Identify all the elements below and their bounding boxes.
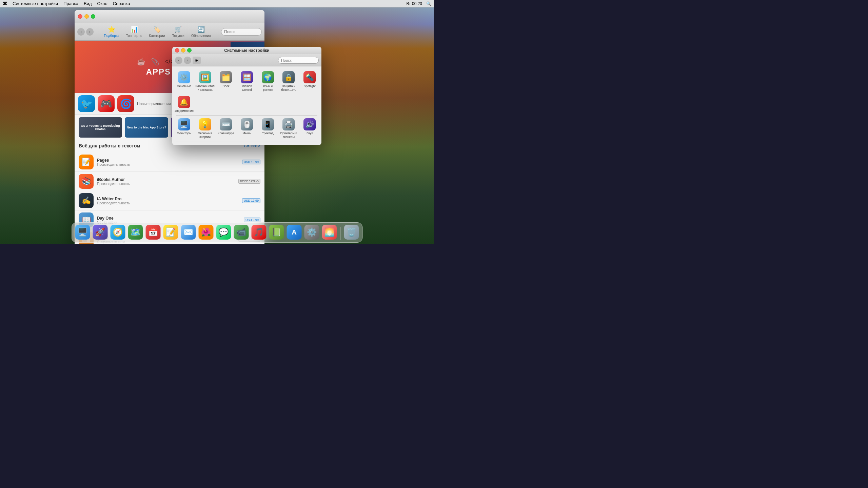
dock-item-ibooks[interactable]: 📗: [269, 224, 285, 240]
dock-item-messages[interactable]: 💬: [216, 224, 232, 240]
dock-item-maps[interactable]: 🗺️: [127, 224, 144, 240]
displays-icon: 🖥️: [178, 118, 190, 130]
energy-label: Экономияэнергии: [198, 131, 212, 139]
sp-item-network[interactable]: 📡 Сеть: [236, 143, 257, 145]
menu-window[interactable]: Окно: [97, 1, 107, 6]
sp-item-spotlight[interactable]: 🔦 Spotlight: [299, 69, 320, 94]
menu-help[interactable]: Справка: [113, 1, 130, 6]
desktop-label: Рабочий столи заставка: [195, 84, 215, 92]
syspref-forward-button[interactable]: ›: [184, 57, 191, 64]
sp-item-icloud[interactable]: ☁️ iCloud: [174, 143, 195, 145]
ia-writer-price[interactable]: USD 19.99: [242, 198, 260, 203]
dock-item-syspref[interactable]: ⚙️: [304, 224, 320, 240]
app-name-menu[interactable]: Системные настройки: [13, 1, 58, 6]
syspref-close-button[interactable]: [175, 48, 179, 53]
dock-item-appstore[interactable]: A: [286, 224, 302, 240]
ia-writer-info: iA Writer Pro Производительность: [97, 197, 239, 205]
list-item-ibooks-author[interactable]: 📚 iBooks Author Производительность БЕСПЛ…: [75, 172, 264, 191]
sp-item-extensions[interactable]: 🧩 Расширения: [216, 143, 237, 145]
list-item-pages[interactable]: 📝 Pages Производительность USD 19.99: [75, 152, 264, 172]
syspref-window: Системные настройки ‹ › ⊞ ⚙️ Основные 🖼️…: [172, 47, 321, 145]
dock-item-trash[interactable]: 🗑️: [343, 224, 360, 240]
tab-featured[interactable]: ⭐ Подборка: [100, 25, 122, 38]
dayone-price[interactable]: USD 9.99: [244, 218, 260, 222]
syspref-back-button[interactable]: ‹: [175, 57, 182, 64]
dock-icon: 🗂️: [220, 71, 232, 83]
ibooks-author-icon: 📚: [79, 174, 94, 189]
appstore-search-input[interactable]: [221, 28, 262, 36]
featured-icon: ⭐: [108, 26, 115, 33]
forward-button[interactable]: ›: [86, 28, 94, 36]
security-icon: 🔒: [282, 71, 295, 83]
sp-item-notif[interactable]: 🔔 Уведомления: [174, 94, 195, 115]
sharing-icon: 📁: [282, 145, 295, 145]
back-button[interactable]: ‹: [77, 28, 85, 36]
sp-item-sound[interactable]: 🔊 Звук: [299, 116, 320, 141]
app2-icon[interactable]: 🎮: [98, 95, 115, 112]
menu-edit[interactable]: Правка: [63, 1, 78, 6]
sp-item-dock[interactable]: 🗂️ Dock: [216, 69, 237, 94]
updates-icon: 🔄: [197, 26, 205, 33]
launchpad-icon: 🚀: [93, 225, 108, 240]
finder-icon: 🖥️: [75, 225, 90, 240]
menubar-time: Вт 00:20: [407, 1, 422, 6]
dock-item-launchpad[interactable]: 🚀: [92, 224, 108, 240]
sp-item-general[interactable]: ⚙️ Основные: [174, 69, 195, 94]
syspref-grid-button[interactable]: ⊞: [193, 57, 201, 64]
sp-item-keyboard[interactable]: ⌨️ Клавиатура: [216, 116, 237, 141]
sp-item-missionctl[interactable]: 🪟 MissionControl: [236, 69, 257, 94]
tab-topcharts[interactable]: 📊 Топ-чарты: [123, 25, 146, 38]
dock-item-photos[interactable]: 🌺: [198, 224, 214, 240]
network-icon: 📡: [241, 145, 253, 145]
syspref-maximize-button[interactable]: [187, 48, 192, 53]
purchases-icon: 🛒: [174, 26, 182, 33]
sp-item-trackpad[interactable]: 📱 Трекпад: [257, 116, 278, 141]
app3-icon[interactable]: 🌀: [117, 95, 134, 112]
notes-icon: 📝: [163, 225, 178, 240]
apple-menu[interactable]: ⌘: [3, 1, 7, 6]
dock-item-mail[interactable]: ✉️: [180, 224, 197, 240]
tab-categories[interactable]: 🏷️ Категории: [145, 25, 168, 38]
appstore-titlebar: [75, 10, 264, 23]
ibooks-author-info: iBooks Author Производительность: [97, 177, 235, 186]
sp-item-printers[interactable]: 🖨️ Принтеры исканеры: [278, 116, 299, 141]
sp-item-mouse[interactable]: 🖱️ Мышь: [236, 116, 257, 141]
pages-cat: Производительность: [97, 163, 239, 166]
syspref-search-input[interactable]: [278, 57, 319, 64]
tweetbot-icon[interactable]: 🐦: [78, 95, 95, 112]
syspref-grid: ⚙️ Основные 🖼️ Рабочий столи заставка 🗂️…: [172, 66, 321, 145]
ibooks-author-price[interactable]: БЕСПЛАТНО: [238, 179, 260, 184]
menu-view[interactable]: Вид: [84, 1, 92, 6]
icloud-icon: ☁️: [178, 145, 190, 145]
dock-item-facetime[interactable]: 📹: [233, 224, 250, 240]
appstore-maximize-button[interactable]: [91, 14, 95, 19]
dock-item-itunes[interactable]: 🎵: [251, 224, 267, 240]
list-item-ia-writer[interactable]: ✍️ iA Writer Pro Производительность USD …: [75, 191, 264, 210]
dock-item-safari[interactable]: 🧭: [110, 224, 126, 240]
tab-updates[interactable]: 🔄 Обновления: [188, 25, 214, 38]
appstore-minimize-button[interactable]: [84, 14, 89, 19]
sp-item-energy[interactable]: 💡 Экономияэнергии: [195, 116, 216, 141]
syspref-minimize-button[interactable]: [181, 48, 185, 53]
promo-banner-new[interactable]: New to the Mac App Store?: [125, 117, 168, 138]
keyboard-icon: ⌨️: [220, 118, 232, 130]
sp-item-language[interactable]: 🌍 Язык ирегион: [257, 69, 278, 94]
dock-item-calendar[interactable]: 📅: [145, 224, 161, 240]
sp-item-desktop[interactable]: 🖼️ Рабочий столи заставка: [195, 69, 216, 94]
sp-item-security[interactable]: 🔒 Защита ибезоп...сть: [278, 69, 299, 94]
security-label: Защита ибезоп...сть: [281, 84, 296, 92]
bluetooth-icon: 🔷: [262, 145, 274, 145]
dock-item-preview[interactable]: 🌅: [321, 224, 338, 240]
promo-banner-yosemite[interactable]: OS X Yosemite Introducing Photos: [79, 117, 122, 138]
menubar-search-icon[interactable]: 🔍: [426, 1, 431, 6]
sp-item-bluetooth[interactable]: 🔷 Bluetooth: [257, 143, 278, 145]
dock-item-notes[interactable]: 📝: [163, 224, 179, 240]
dock-item-finder[interactable]: 🖥️: [75, 224, 91, 240]
sp-item-displays[interactable]: 🖥️ Мониторы: [174, 116, 195, 141]
appstore-close-button[interactable]: [78, 14, 82, 19]
pages-price[interactable]: USD 19.99: [242, 160, 260, 164]
sp-item-internet[interactable]: 📧 Уч. записиИнтернета: [195, 143, 216, 145]
pages-icon: 📝: [79, 155, 94, 169]
tab-purchases[interactable]: 🛒 Покупки: [168, 25, 188, 38]
sp-item-sharing[interactable]: 📁 Общийдоступ: [278, 143, 299, 145]
